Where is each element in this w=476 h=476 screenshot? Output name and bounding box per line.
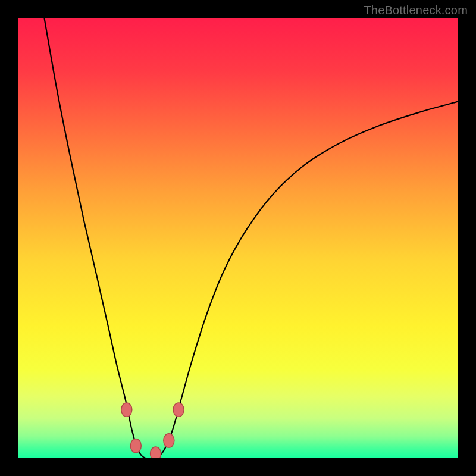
curve-marker (130, 439, 141, 453)
curve-markers (18, 18, 458, 458)
curve-marker (173, 403, 184, 416)
chart-frame: TheBottleneck.com (0, 0, 476, 476)
curve-marker (151, 447, 161, 458)
watermark-text: TheBottleneck.com (364, 4, 468, 17)
curve-marker (164, 434, 174, 447)
curve-marker (121, 403, 132, 416)
plot-area (18, 18, 458, 458)
